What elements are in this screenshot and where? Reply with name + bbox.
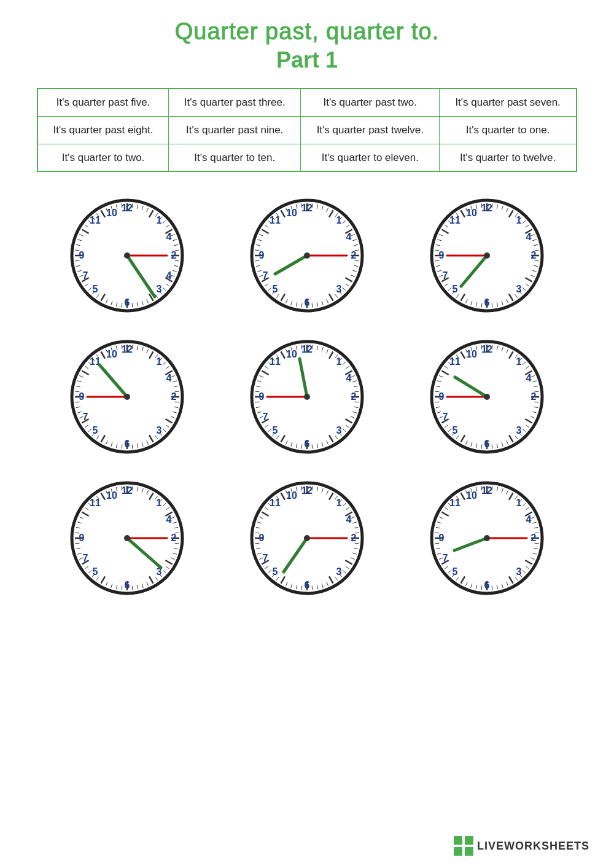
svg-text:7: 7 [443,270,448,281]
svg-text:5: 5 [92,284,98,294]
svg-text:4: 4 [346,514,352,525]
svg-text:4: 4 [346,373,352,383]
svg-text:2: 2 [351,391,357,402]
clock-wrap-7: 12 1 2 3 6 5 9 11 10 4 7 [66,477,188,600]
svg-text:6: 6 [124,439,130,449]
svg-text:4: 4 [526,514,532,525]
svg-text:9: 9 [439,250,445,260]
svg-text:9: 9 [259,250,265,260]
svg-rect-676 [454,836,462,845]
title-line1: Quarter past, quarter to. [37,18,577,45]
svg-text:3: 3 [516,425,522,436]
svg-text:3: 3 [156,425,161,436]
word-bank-cell: It's quarter to ten. [169,144,301,171]
svg-text:10: 10 [106,208,117,218]
svg-text:6: 6 [484,580,490,590]
svg-text:9: 9 [439,391,445,402]
svg-text:7: 7 [82,412,88,422]
svg-text:7: 7 [443,553,448,563]
clock-wrap-1: 12 1 2 3 6 5 9 11 10 4 4 7 [66,194,188,317]
svg-point-450 [484,394,490,400]
svg-text:3: 3 [336,284,342,294]
svg-point-525 [124,535,130,541]
word-bank-cell: It's quarter past three. [169,88,301,116]
svg-text:1: 1 [156,356,161,367]
svg-text:12: 12 [122,485,133,496]
svg-text:4: 4 [346,232,352,242]
svg-text:1: 1 [516,356,522,367]
svg-text:4: 4 [166,270,171,281]
svg-point-150 [304,252,310,259]
svg-text:5: 5 [92,566,98,577]
svg-text:10: 10 [286,349,297,359]
svg-text:10: 10 [106,490,117,501]
svg-text:12: 12 [301,203,313,213]
svg-text:7: 7 [82,553,88,563]
clock-6: 12 1 2 3 6 5 9 11 10 4 7 [426,335,548,458]
svg-text:11: 11 [270,215,281,225]
svg-text:10: 10 [466,490,477,501]
svg-text:1: 1 [516,498,522,508]
svg-point-375 [304,394,310,400]
clock-2: 12 1 2 3 6 5 9 11 10 4 7 [246,194,368,317]
svg-text:12: 12 [481,485,492,496]
svg-text:9: 9 [79,391,84,402]
svg-text:12: 12 [122,203,133,213]
svg-text:2: 2 [531,391,537,402]
clock-row-1: 12 1 2 3 6 5 9 11 10 4 4 7 [37,194,577,317]
footer: LIVEWORKSHEETS [454,836,589,856]
svg-text:1: 1 [156,215,161,225]
svg-rect-677 [465,836,473,845]
clock-3: 12 1 2 3 6 5 9 11 10 4 7 [426,194,548,317]
word-bank-cell: It's quarter past two. [301,88,440,116]
clock-wrap-6: 12 1 2 3 6 5 9 11 10 4 7 [426,335,548,458]
svg-text:9: 9 [79,533,84,543]
svg-point-75 [124,252,130,259]
word-bank-cell: It's quarter past twelve. [301,116,440,144]
svg-text:3: 3 [516,566,522,577]
svg-text:9: 9 [259,533,265,543]
svg-text:2: 2 [351,250,357,260]
footer-logo [454,836,473,856]
svg-text:2: 2 [171,391,176,402]
word-bank-cell: It's quarter to one. [440,116,577,144]
svg-point-300 [124,394,130,400]
svg-text:2: 2 [531,533,537,543]
svg-text:4: 4 [166,373,171,383]
svg-text:6: 6 [484,439,490,449]
clock-5: 12 1 2 3 6 5 9 11 10 4 7 [246,335,368,458]
svg-text:6: 6 [124,297,130,308]
svg-text:6: 6 [484,297,490,308]
svg-text:7: 7 [263,553,268,563]
svg-text:4: 4 [526,373,532,383]
svg-point-225 [484,252,490,259]
svg-text:11: 11 [270,356,281,367]
word-bank-cell: It's quarter to eleven. [301,144,440,171]
svg-text:12: 12 [301,344,313,354]
svg-text:1: 1 [336,356,342,367]
word-bank-cell: It's quarter to twelve. [440,144,577,171]
clock-4: 12 1 2 3 6 5 9 11 10 4 7 [66,335,188,458]
svg-text:5: 5 [453,284,458,294]
svg-text:10: 10 [466,208,477,218]
svg-text:5: 5 [92,425,98,436]
clock-wrap-4: 12 1 2 3 6 5 9 11 10 4 7 [66,335,188,458]
title-line2: Part 1 [37,47,577,73]
svg-text:6: 6 [305,297,310,308]
svg-text:5: 5 [273,566,278,577]
svg-text:5: 5 [273,284,278,294]
svg-text:5: 5 [273,425,278,436]
svg-text:7: 7 [443,412,448,422]
svg-text:6: 6 [305,439,310,449]
word-bank-cell: It's quarter to two. [37,144,169,171]
clock-8: 12 1 2 3 6 5 9 11 10 4 7 [246,477,368,600]
svg-text:1: 1 [156,498,161,508]
svg-text:1: 1 [336,498,342,508]
svg-text:9: 9 [79,250,84,260]
word-bank-cell: It's quarter past five. [37,88,169,116]
svg-text:7: 7 [82,270,88,281]
svg-text:10: 10 [286,490,297,501]
svg-text:10: 10 [286,208,297,218]
clocks-section: 12 1 2 3 6 5 9 11 10 4 4 7 [37,194,577,600]
svg-text:2: 2 [171,250,176,260]
